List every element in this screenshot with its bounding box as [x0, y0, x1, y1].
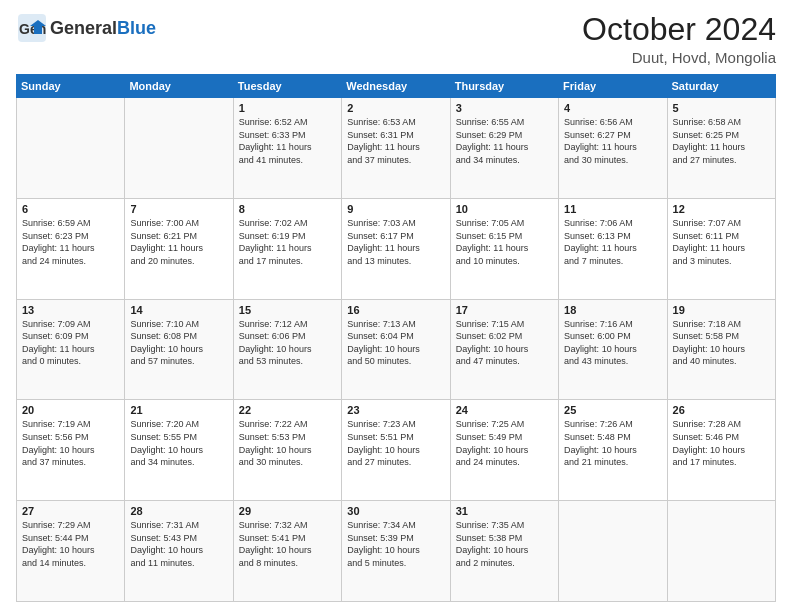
title-block: October 2024 Duut, Hovd, Mongolia — [582, 12, 776, 66]
day-info: Sunrise: 7:31 AM Sunset: 5:43 PM Dayligh… — [130, 519, 227, 569]
day-info: Sunrise: 6:59 AM Sunset: 6:23 PM Dayligh… — [22, 217, 119, 267]
day-of-week-header: Tuesday — [233, 75, 341, 98]
calendar-week-row: 6Sunrise: 6:59 AM Sunset: 6:23 PM Daylig… — [17, 198, 776, 299]
calendar-day-cell: 9Sunrise: 7:03 AM Sunset: 6:17 PM Daylig… — [342, 198, 450, 299]
day-info: Sunrise: 7:16 AM Sunset: 6:00 PM Dayligh… — [564, 318, 661, 368]
day-number: 17 — [456, 304, 553, 316]
day-number: 8 — [239, 203, 336, 215]
day-number: 25 — [564, 404, 661, 416]
calendar-week-row: 1Sunrise: 6:52 AM Sunset: 6:33 PM Daylig… — [17, 98, 776, 199]
day-number: 31 — [456, 505, 553, 517]
day-info: Sunrise: 7:03 AM Sunset: 6:17 PM Dayligh… — [347, 217, 444, 267]
day-of-week-header: Thursday — [450, 75, 558, 98]
day-number: 18 — [564, 304, 661, 316]
day-number: 5 — [673, 102, 770, 114]
day-info: Sunrise: 7:06 AM Sunset: 6:13 PM Dayligh… — [564, 217, 661, 267]
day-number: 27 — [22, 505, 119, 517]
day-number: 24 — [456, 404, 553, 416]
calendar-day-cell: 16Sunrise: 7:13 AM Sunset: 6:04 PM Dayli… — [342, 299, 450, 400]
day-number: 26 — [673, 404, 770, 416]
calendar-day-cell: 17Sunrise: 7:15 AM Sunset: 6:02 PM Dayli… — [450, 299, 558, 400]
day-number: 20 — [22, 404, 119, 416]
day-number: 16 — [347, 304, 444, 316]
logo-general-text: GeneralBlue — [50, 18, 156, 39]
day-info: Sunrise: 7:19 AM Sunset: 5:56 PM Dayligh… — [22, 418, 119, 468]
calendar-day-cell: 25Sunrise: 7:26 AM Sunset: 5:48 PM Dayli… — [559, 400, 667, 501]
day-info: Sunrise: 7:29 AM Sunset: 5:44 PM Dayligh… — [22, 519, 119, 569]
day-of-week-header: Sunday — [17, 75, 125, 98]
calendar-day-cell: 26Sunrise: 7:28 AM Sunset: 5:46 PM Dayli… — [667, 400, 775, 501]
day-number: 23 — [347, 404, 444, 416]
calendar-day-cell: 7Sunrise: 7:00 AM Sunset: 6:21 PM Daylig… — [125, 198, 233, 299]
day-info: Sunrise: 6:58 AM Sunset: 6:25 PM Dayligh… — [673, 116, 770, 166]
day-info: Sunrise: 7:07 AM Sunset: 6:11 PM Dayligh… — [673, 217, 770, 267]
calendar-day-cell: 6Sunrise: 6:59 AM Sunset: 6:23 PM Daylig… — [17, 198, 125, 299]
day-of-week-header: Monday — [125, 75, 233, 98]
day-info: Sunrise: 7:15 AM Sunset: 6:02 PM Dayligh… — [456, 318, 553, 368]
logo-icon: Gen — [16, 12, 48, 44]
calendar-day-cell: 19Sunrise: 7:18 AM Sunset: 5:58 PM Dayli… — [667, 299, 775, 400]
calendar-day-cell: 4Sunrise: 6:56 AM Sunset: 6:27 PM Daylig… — [559, 98, 667, 199]
day-info: Sunrise: 7:28 AM Sunset: 5:46 PM Dayligh… — [673, 418, 770, 468]
day-number: 4 — [564, 102, 661, 114]
calendar-day-cell: 22Sunrise: 7:22 AM Sunset: 5:53 PM Dayli… — [233, 400, 341, 501]
day-of-week-header: Friday — [559, 75, 667, 98]
calendar-day-cell: 3Sunrise: 6:55 AM Sunset: 6:29 PM Daylig… — [450, 98, 558, 199]
calendar-day-cell — [125, 98, 233, 199]
day-info: Sunrise: 7:26 AM Sunset: 5:48 PM Dayligh… — [564, 418, 661, 468]
day-number: 15 — [239, 304, 336, 316]
calendar-day-cell: 18Sunrise: 7:16 AM Sunset: 6:00 PM Dayli… — [559, 299, 667, 400]
day-number: 29 — [239, 505, 336, 517]
day-info: Sunrise: 7:32 AM Sunset: 5:41 PM Dayligh… — [239, 519, 336, 569]
header: Gen GeneralBlue October 2024 Duut, Hovd,… — [16, 12, 776, 66]
day-number: 2 — [347, 102, 444, 114]
calendar-day-cell: 15Sunrise: 7:12 AM Sunset: 6:06 PM Dayli… — [233, 299, 341, 400]
day-number: 22 — [239, 404, 336, 416]
calendar-table: SundayMondayTuesdayWednesdayThursdayFrid… — [16, 74, 776, 602]
calendar-day-cell: 14Sunrise: 7:10 AM Sunset: 6:08 PM Dayli… — [125, 299, 233, 400]
day-info: Sunrise: 7:02 AM Sunset: 6:19 PM Dayligh… — [239, 217, 336, 267]
calendar-day-cell: 24Sunrise: 7:25 AM Sunset: 5:49 PM Dayli… — [450, 400, 558, 501]
day-number: 6 — [22, 203, 119, 215]
calendar-day-cell: 8Sunrise: 7:02 AM Sunset: 6:19 PM Daylig… — [233, 198, 341, 299]
day-info: Sunrise: 7:35 AM Sunset: 5:38 PM Dayligh… — [456, 519, 553, 569]
day-number: 19 — [673, 304, 770, 316]
calendar-header: SundayMondayTuesdayWednesdayThursdayFrid… — [17, 75, 776, 98]
calendar-day-cell: 2Sunrise: 6:53 AM Sunset: 6:31 PM Daylig… — [342, 98, 450, 199]
day-info: Sunrise: 7:05 AM Sunset: 6:15 PM Dayligh… — [456, 217, 553, 267]
day-info: Sunrise: 7:25 AM Sunset: 5:49 PM Dayligh… — [456, 418, 553, 468]
day-number: 3 — [456, 102, 553, 114]
day-info: Sunrise: 6:53 AM Sunset: 6:31 PM Dayligh… — [347, 116, 444, 166]
calendar-day-cell: 27Sunrise: 7:29 AM Sunset: 5:44 PM Dayli… — [17, 501, 125, 602]
day-info: Sunrise: 7:09 AM Sunset: 6:09 PM Dayligh… — [22, 318, 119, 368]
day-number: 13 — [22, 304, 119, 316]
calendar-day-cell: 29Sunrise: 7:32 AM Sunset: 5:41 PM Dayli… — [233, 501, 341, 602]
day-info: Sunrise: 7:22 AM Sunset: 5:53 PM Dayligh… — [239, 418, 336, 468]
calendar-day-cell: 12Sunrise: 7:07 AM Sunset: 6:11 PM Dayli… — [667, 198, 775, 299]
day-number: 21 — [130, 404, 227, 416]
page: Gen GeneralBlue October 2024 Duut, Hovd,… — [0, 0, 792, 612]
day-info: Sunrise: 7:12 AM Sunset: 6:06 PM Dayligh… — [239, 318, 336, 368]
calendar-day-cell: 21Sunrise: 7:20 AM Sunset: 5:55 PM Dayli… — [125, 400, 233, 501]
day-number: 14 — [130, 304, 227, 316]
calendar-day-cell: 10Sunrise: 7:05 AM Sunset: 6:15 PM Dayli… — [450, 198, 558, 299]
calendar-day-cell: 31Sunrise: 7:35 AM Sunset: 5:38 PM Dayli… — [450, 501, 558, 602]
calendar-day-cell — [559, 501, 667, 602]
calendar-day-cell — [667, 501, 775, 602]
day-number: 7 — [130, 203, 227, 215]
day-info: Sunrise: 7:34 AM Sunset: 5:39 PM Dayligh… — [347, 519, 444, 569]
logo: Gen GeneralBlue — [16, 12, 156, 44]
day-header-row: SundayMondayTuesdayWednesdayThursdayFrid… — [17, 75, 776, 98]
day-number: 11 — [564, 203, 661, 215]
day-info: Sunrise: 7:18 AM Sunset: 5:58 PM Dayligh… — [673, 318, 770, 368]
day-info: Sunrise: 6:55 AM Sunset: 6:29 PM Dayligh… — [456, 116, 553, 166]
day-number: 30 — [347, 505, 444, 517]
calendar-week-row: 27Sunrise: 7:29 AM Sunset: 5:44 PM Dayli… — [17, 501, 776, 602]
day-info: Sunrise: 7:23 AM Sunset: 5:51 PM Dayligh… — [347, 418, 444, 468]
day-info: Sunrise: 7:10 AM Sunset: 6:08 PM Dayligh… — [130, 318, 227, 368]
calendar-day-cell: 5Sunrise: 6:58 AM Sunset: 6:25 PM Daylig… — [667, 98, 775, 199]
day-info: Sunrise: 7:00 AM Sunset: 6:21 PM Dayligh… — [130, 217, 227, 267]
day-info: Sunrise: 6:52 AM Sunset: 6:33 PM Dayligh… — [239, 116, 336, 166]
day-info: Sunrise: 6:56 AM Sunset: 6:27 PM Dayligh… — [564, 116, 661, 166]
calendar-day-cell: 11Sunrise: 7:06 AM Sunset: 6:13 PM Dayli… — [559, 198, 667, 299]
